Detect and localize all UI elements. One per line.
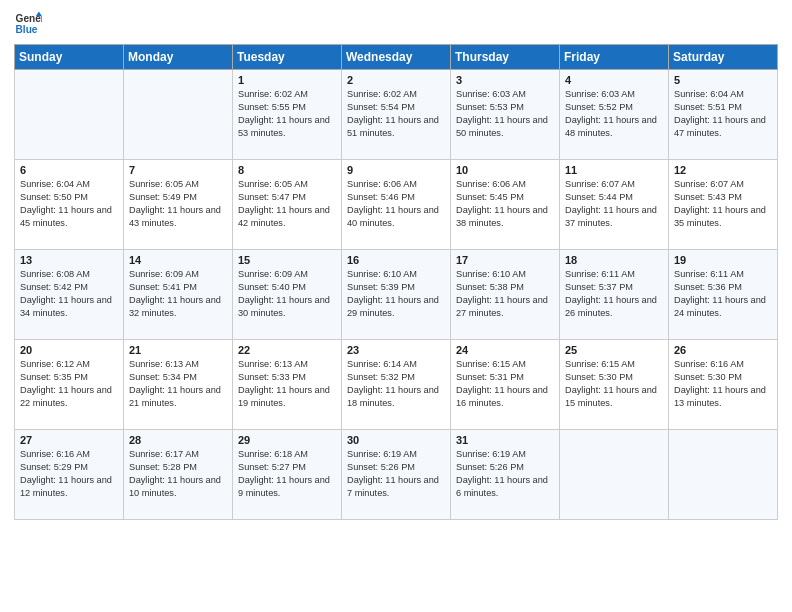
calendar-cell: 7Sunrise: 6:05 AMSunset: 5:49 PMDaylight… (124, 160, 233, 250)
calendar-cell: 21Sunrise: 6:13 AMSunset: 5:34 PMDayligh… (124, 340, 233, 430)
calendar-cell: 14Sunrise: 6:09 AMSunset: 5:41 PMDayligh… (124, 250, 233, 340)
calendar-cell: 19Sunrise: 6:11 AMSunset: 5:36 PMDayligh… (669, 250, 778, 340)
day-number: 31 (456, 434, 554, 446)
week-row-4: 20Sunrise: 6:12 AMSunset: 5:35 PMDayligh… (15, 340, 778, 430)
calendar-cell: 2Sunrise: 6:02 AMSunset: 5:54 PMDaylight… (342, 70, 451, 160)
calendar-cell: 24Sunrise: 6:15 AMSunset: 5:31 PMDayligh… (451, 340, 560, 430)
calendar-cell: 9Sunrise: 6:06 AMSunset: 5:46 PMDaylight… (342, 160, 451, 250)
calendar-cell: 30Sunrise: 6:19 AMSunset: 5:26 PMDayligh… (342, 430, 451, 520)
day-number: 17 (456, 254, 554, 266)
calendar-cell: 5Sunrise: 6:04 AMSunset: 5:51 PMDaylight… (669, 70, 778, 160)
day-number: 28 (129, 434, 227, 446)
calendar-cell: 10Sunrise: 6:06 AMSunset: 5:45 PMDayligh… (451, 160, 560, 250)
day-number: 12 (674, 164, 772, 176)
day-number: 18 (565, 254, 663, 266)
day-number: 1 (238, 74, 336, 86)
calendar-table: SundayMondayTuesdayWednesdayThursdayFrid… (14, 44, 778, 520)
page-header: General Blue (14, 10, 778, 38)
cell-info: Sunrise: 6:10 AMSunset: 5:39 PMDaylight:… (347, 268, 445, 320)
cell-info: Sunrise: 6:02 AMSunset: 5:54 PMDaylight:… (347, 88, 445, 140)
cell-info: Sunrise: 6:11 AMSunset: 5:37 PMDaylight:… (565, 268, 663, 320)
cell-info: Sunrise: 6:10 AMSunset: 5:38 PMDaylight:… (456, 268, 554, 320)
calendar-cell: 25Sunrise: 6:15 AMSunset: 5:30 PMDayligh… (560, 340, 669, 430)
calendar-cell (124, 70, 233, 160)
calendar-cell: 6Sunrise: 6:04 AMSunset: 5:50 PMDaylight… (15, 160, 124, 250)
calendar-cell: 18Sunrise: 6:11 AMSunset: 5:37 PMDayligh… (560, 250, 669, 340)
weekday-header-monday: Monday (124, 45, 233, 70)
day-number: 21 (129, 344, 227, 356)
cell-info: Sunrise: 6:05 AMSunset: 5:49 PMDaylight:… (129, 178, 227, 230)
weekday-header-tuesday: Tuesday (233, 45, 342, 70)
calendar-cell: 1Sunrise: 6:02 AMSunset: 5:55 PMDaylight… (233, 70, 342, 160)
day-number: 24 (456, 344, 554, 356)
cell-info: Sunrise: 6:03 AMSunset: 5:52 PMDaylight:… (565, 88, 663, 140)
cell-info: Sunrise: 6:07 AMSunset: 5:43 PMDaylight:… (674, 178, 772, 230)
calendar-cell: 22Sunrise: 6:13 AMSunset: 5:33 PMDayligh… (233, 340, 342, 430)
cell-info: Sunrise: 6:16 AMSunset: 5:29 PMDaylight:… (20, 448, 118, 500)
calendar-cell: 17Sunrise: 6:10 AMSunset: 5:38 PMDayligh… (451, 250, 560, 340)
day-number: 29 (238, 434, 336, 446)
logo: General Blue (14, 10, 46, 38)
day-number: 3 (456, 74, 554, 86)
day-number: 16 (347, 254, 445, 266)
calendar-cell: 27Sunrise: 6:16 AMSunset: 5:29 PMDayligh… (15, 430, 124, 520)
day-number: 25 (565, 344, 663, 356)
week-row-2: 6Sunrise: 6:04 AMSunset: 5:50 PMDaylight… (15, 160, 778, 250)
cell-info: Sunrise: 6:14 AMSunset: 5:32 PMDaylight:… (347, 358, 445, 410)
day-number: 11 (565, 164, 663, 176)
cell-info: Sunrise: 6:19 AMSunset: 5:26 PMDaylight:… (456, 448, 554, 500)
day-number: 4 (565, 74, 663, 86)
calendar-cell: 29Sunrise: 6:18 AMSunset: 5:27 PMDayligh… (233, 430, 342, 520)
cell-info: Sunrise: 6:13 AMSunset: 5:33 PMDaylight:… (238, 358, 336, 410)
cell-info: Sunrise: 6:12 AMSunset: 5:35 PMDaylight:… (20, 358, 118, 410)
day-number: 26 (674, 344, 772, 356)
calendar-cell: 31Sunrise: 6:19 AMSunset: 5:26 PMDayligh… (451, 430, 560, 520)
weekday-header-row: SundayMondayTuesdayWednesdayThursdayFrid… (15, 45, 778, 70)
calendar-cell: 8Sunrise: 6:05 AMSunset: 5:47 PMDaylight… (233, 160, 342, 250)
day-number: 8 (238, 164, 336, 176)
day-number: 9 (347, 164, 445, 176)
day-number: 22 (238, 344, 336, 356)
cell-info: Sunrise: 6:08 AMSunset: 5:42 PMDaylight:… (20, 268, 118, 320)
weekday-header-saturday: Saturday (669, 45, 778, 70)
calendar-cell: 23Sunrise: 6:14 AMSunset: 5:32 PMDayligh… (342, 340, 451, 430)
day-number: 19 (674, 254, 772, 266)
cell-info: Sunrise: 6:15 AMSunset: 5:30 PMDaylight:… (565, 358, 663, 410)
day-number: 10 (456, 164, 554, 176)
day-number: 14 (129, 254, 227, 266)
cell-info: Sunrise: 6:03 AMSunset: 5:53 PMDaylight:… (456, 88, 554, 140)
week-row-5: 27Sunrise: 6:16 AMSunset: 5:29 PMDayligh… (15, 430, 778, 520)
day-number: 20 (20, 344, 118, 356)
logo-icon: General Blue (14, 10, 42, 38)
day-number: 6 (20, 164, 118, 176)
weekday-header-wednesday: Wednesday (342, 45, 451, 70)
weekday-header-friday: Friday (560, 45, 669, 70)
week-row-1: 1Sunrise: 6:02 AMSunset: 5:55 PMDaylight… (15, 70, 778, 160)
weekday-header-thursday: Thursday (451, 45, 560, 70)
day-number: 5 (674, 74, 772, 86)
calendar-cell: 11Sunrise: 6:07 AMSunset: 5:44 PMDayligh… (560, 160, 669, 250)
cell-info: Sunrise: 6:09 AMSunset: 5:41 PMDaylight:… (129, 268, 227, 320)
cell-info: Sunrise: 6:13 AMSunset: 5:34 PMDaylight:… (129, 358, 227, 410)
calendar-cell: 12Sunrise: 6:07 AMSunset: 5:43 PMDayligh… (669, 160, 778, 250)
day-number: 13 (20, 254, 118, 266)
calendar-cell: 4Sunrise: 6:03 AMSunset: 5:52 PMDaylight… (560, 70, 669, 160)
cell-info: Sunrise: 6:06 AMSunset: 5:46 PMDaylight:… (347, 178, 445, 230)
cell-info: Sunrise: 6:06 AMSunset: 5:45 PMDaylight:… (456, 178, 554, 230)
cell-info: Sunrise: 6:05 AMSunset: 5:47 PMDaylight:… (238, 178, 336, 230)
day-number: 27 (20, 434, 118, 446)
cell-info: Sunrise: 6:16 AMSunset: 5:30 PMDaylight:… (674, 358, 772, 410)
cell-info: Sunrise: 6:09 AMSunset: 5:40 PMDaylight:… (238, 268, 336, 320)
weekday-header-sunday: Sunday (15, 45, 124, 70)
calendar-cell: 15Sunrise: 6:09 AMSunset: 5:40 PMDayligh… (233, 250, 342, 340)
cell-info: Sunrise: 6:17 AMSunset: 5:28 PMDaylight:… (129, 448, 227, 500)
day-number: 30 (347, 434, 445, 446)
cell-info: Sunrise: 6:04 AMSunset: 5:50 PMDaylight:… (20, 178, 118, 230)
calendar-cell: 20Sunrise: 6:12 AMSunset: 5:35 PMDayligh… (15, 340, 124, 430)
calendar-cell (15, 70, 124, 160)
calendar-cell: 3Sunrise: 6:03 AMSunset: 5:53 PMDaylight… (451, 70, 560, 160)
cell-info: Sunrise: 6:18 AMSunset: 5:27 PMDaylight:… (238, 448, 336, 500)
cell-info: Sunrise: 6:19 AMSunset: 5:26 PMDaylight:… (347, 448, 445, 500)
cell-info: Sunrise: 6:11 AMSunset: 5:36 PMDaylight:… (674, 268, 772, 320)
calendar-cell: 16Sunrise: 6:10 AMSunset: 5:39 PMDayligh… (342, 250, 451, 340)
